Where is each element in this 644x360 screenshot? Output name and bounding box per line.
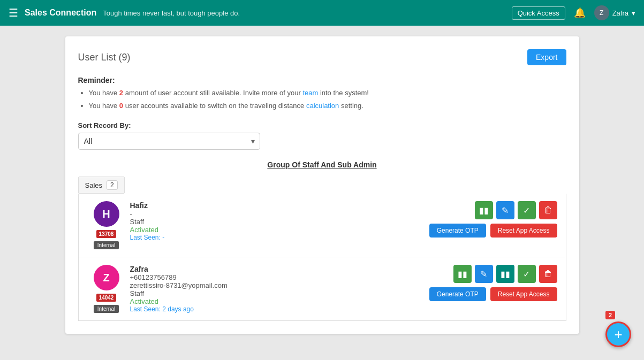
topbar: ☰ Sales Connection Tough times never las… — [0, 0, 644, 26]
export-button[interactable]: Export — [527, 49, 566, 65]
user-status: Activated — [130, 297, 429, 305]
user-name: Zafra — [130, 265, 429, 273]
user-info: Hafiz - Staff Activated Last Seen: - — [126, 201, 429, 241]
generate-otp-button[interactable]: Generate OTP — [429, 224, 486, 238]
app-logo: Sales Connection — [25, 8, 96, 18]
user-last-seen: Last Seen: 2 days ago — [130, 305, 429, 313]
page-background: User List (9) Export Reminder: You have … — [0, 26, 644, 360]
sort-label: Sort Record By: — [78, 121, 566, 129]
delete-user-button[interactable]: 🗑 — [539, 201, 557, 219]
avatar: Z — [594, 5, 609, 20]
user-details-button[interactable]: ▮▮ — [453, 265, 472, 283]
avatar-col: Z 14042 Internal — [87, 265, 126, 313]
action-buttons: ▮▮ ✎ ▮▮ ✓ 🗑 — [453, 265, 557, 283]
team-link[interactable]: team — [302, 89, 318, 97]
user-list: H 13708 Internal Hafiz - Staff Activated… — [78, 194, 566, 321]
sales-tab[interactable]: Sales 2 — [78, 177, 125, 194]
user-actions: ▮▮ ✎ ▮▮ ✓ 🗑 Generate OTP Reset App Acces… — [429, 265, 557, 301]
reminder-item-1: You have 2 amount of user account still … — [89, 88, 566, 98]
activate-user-button[interactable]: ✓ — [518, 265, 536, 283]
reminder-count-1: 2 — [119, 89, 123, 97]
user-type-badge: Internal — [94, 241, 119, 249]
user-menu[interactable]: Z Zafra ▾ — [594, 5, 635, 20]
user-type-badge: Internal — [94, 305, 119, 313]
user-role: Staff — [130, 289, 429, 297]
action-buttons: ▮▮ ✎ ✓ 🗑 — [475, 201, 557, 219]
user-phone: - — [130, 210, 429, 218]
edit-user-button[interactable]: ✎ — [496, 201, 514, 219]
reset-app-button[interactable]: Reset App Access — [490, 224, 557, 238]
topbar-left: ☰ Sales Connection Tough times never las… — [9, 6, 240, 19]
fab-container: 2 + — [605, 311, 631, 347]
sort-section: Sort Record By: All Staff Sub Admin ▾ — [78, 121, 566, 150]
table-row: H 13708 Internal Hafiz - Staff Activated… — [79, 194, 566, 257]
bottom-action-buttons: Generate OTP Reset App Access — [429, 287, 557, 301]
user-role: Staff — [130, 218, 429, 226]
user-phone: +60123756789 — [130, 273, 429, 281]
reminder-item-2: You have 0 user accounts available to sw… — [89, 101, 566, 111]
user-last-seen: Last Seen: - — [130, 234, 429, 241]
notification-icon[interactable]: 🔔 — [574, 7, 586, 19]
user-id-badge: 14042 — [96, 294, 117, 302]
user-name: Hafiz — [130, 201, 429, 210]
generate-otp-button[interactable]: Generate OTP — [429, 287, 486, 301]
sort-select-wrapper: All Staff Sub Admin ▾ — [78, 133, 260, 150]
user-status: Activated — [130, 226, 429, 234]
reminder-section: Reminder: You have 2 amount of user acco… — [78, 76, 566, 111]
user-id-badge: 13708 — [96, 230, 117, 238]
delete-user-button[interactable]: 🗑 — [539, 265, 557, 283]
main-card: User List (9) Export Reminder: You have … — [65, 36, 579, 334]
user-name-label: Zafra — [612, 9, 628, 17]
user-info: Zafra +60123756789 zerettissiro-8731@yop… — [126, 265, 429, 313]
page-title: User List (9) — [78, 52, 131, 63]
group-title: Group Of Staff And Sub Admin — [78, 160, 566, 169]
add-user-button[interactable]: + — [605, 321, 631, 347]
activate-user-button[interactable]: ✓ — [518, 201, 536, 219]
table-row: Z 14042 Internal Zafra +60123756789 zere… — [79, 257, 566, 320]
sort-select[interactable]: All Staff Sub Admin — [78, 133, 260, 150]
sales-tab-label: Sales — [85, 181, 103, 189]
chevron-down-icon: ▾ — [632, 9, 635, 17]
topbar-motto: Tough times never last, but tough people… — [103, 9, 240, 17]
view-user-button[interactable]: ▮▮ — [496, 265, 514, 283]
user-details-button[interactable]: ▮▮ — [475, 201, 493, 219]
quick-access-button[interactable]: Quick Access — [512, 6, 565, 20]
bottom-action-buttons: Generate OTP Reset App Access — [429, 224, 557, 238]
reminder-count-2: 0 — [119, 102, 123, 110]
user-actions: ▮▮ ✎ ✓ 🗑 Generate OTP Reset App Access — [429, 201, 557, 238]
user-email: zerettissiro-8731@yopmail.com — [130, 281, 429, 289]
reminder-list: You have 2 amount of user account still … — [78, 88, 566, 111]
card-header: User List (9) Export — [78, 49, 566, 65]
avatar-col: H 13708 Internal — [87, 201, 126, 249]
reminder-title: Reminder: — [78, 76, 566, 85]
fab-badge: 2 — [605, 311, 615, 319]
avatar: Z — [94, 265, 119, 290]
menu-icon[interactable]: ☰ — [9, 6, 18, 19]
edit-user-button[interactable]: ✎ — [475, 265, 493, 283]
calculation-link[interactable]: calculation — [306, 102, 339, 110]
topbar-right: Quick Access 🔔 Z Zafra ▾ — [512, 5, 635, 20]
sales-count-badge: 2 — [107, 180, 118, 190]
avatar: H — [94, 201, 119, 227]
reset-app-button[interactable]: Reset App Access — [490, 287, 557, 301]
